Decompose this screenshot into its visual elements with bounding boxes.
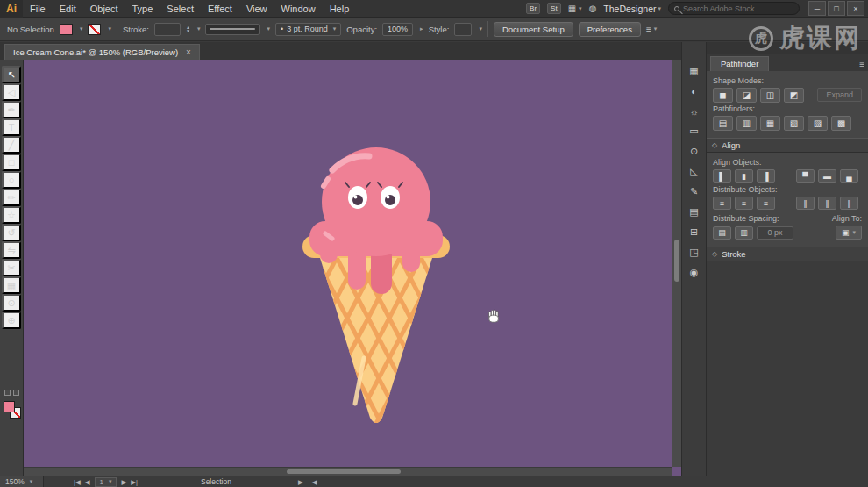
reflect-tool[interactable]: ⇋ [2, 241, 21, 259]
libraries-panel-icon[interactable]: ◉ [685, 265, 704, 280]
exclude-button[interactable]: ◩ [784, 88, 804, 103]
maximize-button[interactable]: □ [828, 1, 845, 16]
minus-back-button[interactable]: ▩ [831, 116, 851, 131]
scroll-left-icon[interactable]: ◀ [312, 478, 317, 486]
spacing-value-input[interactable]: 0 px [757, 226, 793, 240]
horizontal-scroll-thumb[interactable] [287, 469, 401, 474]
chevron-down-icon[interactable]: ▾ [267, 25, 270, 32]
pencil-tool[interactable]: ✏ [2, 189, 21, 206]
chevron-down-icon[interactable]: ▾ [479, 25, 482, 32]
chevron-down-icon[interactable]: ▾ [197, 25, 201, 32]
width-profile-preview[interactable] [205, 24, 260, 35]
rotate-tool[interactable]: ↺ [2, 224, 21, 241]
menu-item[interactable]: Effect [201, 4, 239, 14]
opacity-input[interactable]: 100% [382, 23, 413, 36]
workspace-switcher[interactable]: TheDesigner▾ [603, 4, 661, 14]
align-bottom-button[interactable]: ▄ [840, 169, 858, 183]
align-right-button[interactable]: ▐ [757, 169, 775, 183]
bridge-icon[interactable]: Br [526, 3, 540, 14]
fill-color-swatch[interactable] [60, 24, 73, 35]
menu-item[interactable]: Window [274, 4, 323, 14]
close-tab-icon[interactable]: × [186, 47, 191, 57]
draw-normal-icon[interactable] [4, 390, 11, 396]
document-setup-button[interactable]: Document Setup [494, 22, 573, 37]
unite-button[interactable]: ◼ [713, 88, 733, 103]
menu-item[interactable]: Select [160, 4, 201, 14]
vertical-scrollbar[interactable] [672, 60, 681, 467]
preferences-button[interactable]: Preferences [579, 22, 641, 37]
horizontal-scrollbar[interactable] [24, 467, 672, 476]
artboard-number-dropdown[interactable]: 1 ▾ [95, 477, 117, 487]
artboards-panel-icon[interactable]: ▭ [685, 124, 704, 139]
align-vcenter-button[interactable]: ▬ [818, 169, 836, 183]
type-tool[interactable]: T [2, 118, 21, 136]
layout-switcher-icon[interactable]: ▦▾ [568, 4, 582, 13]
zoom-tool[interactable]: ⊙ [2, 294, 21, 312]
distribute-top-button[interactable]: ≡ [713, 197, 731, 210]
distribute-bottom-button[interactable]: ≡ [757, 197, 775, 210]
align-to-dropdown[interactable]: ▣ ▾ [836, 226, 862, 240]
stroke-color-swatch[interactable] [88, 24, 101, 35]
intersect-button[interactable]: ◫ [760, 88, 780, 103]
merge-button[interactable]: ▦ [760, 116, 780, 131]
rectangle-tool[interactable]: □ [2, 154, 21, 171]
brushes-panel-icon[interactable]: ✎ [685, 184, 704, 199]
vertical-space-button[interactable]: ▤ [713, 226, 731, 240]
chevron-down-icon[interactable]: ▾ [108, 25, 111, 32]
control-options-icon[interactable]: ≡▾ [646, 25, 657, 34]
menu-item[interactable]: Type [125, 4, 160, 14]
horizontal-space-button[interactable]: ▥ [735, 226, 753, 240]
distribute-vcenter-button[interactable]: ≡ [735, 197, 753, 210]
menu-item[interactable]: Edit [53, 4, 83, 14]
chevron-down-icon[interactable]: ▾ [80, 25, 83, 32]
ellipse-tool[interactable]: ○ [2, 171, 21, 189]
scroll-right-icon[interactable]: ▶ [298, 478, 303, 486]
distribute-hcenter-button[interactable]: ∥ [818, 197, 836, 210]
distribute-right-button[interactable]: ∥ [840, 197, 858, 210]
last-artboard-button[interactable]: ▶| [131, 478, 138, 486]
distribute-left-button[interactable]: ∥ [796, 197, 815, 210]
stroke-panel-header[interactable]: ◇ Stroke [707, 247, 868, 261]
outline-button[interactable]: ▨ [808, 116, 828, 131]
align-hcenter-button[interactable]: ▮ [735, 169, 753, 183]
star-tool[interactable]: ☆ [2, 206, 21, 224]
toolbar-fill-swatch[interactable] [4, 401, 15, 412]
brush-definition-dropdown[interactable]: • 3 pt. Round ▾ [275, 23, 341, 36]
export-panel-icon[interactable]: ◳ [685, 245, 704, 260]
scissors-tool[interactable]: ✂ [2, 259, 21, 276]
divide-button[interactable]: ▤ [713, 116, 733, 131]
menu-item[interactable]: Help [323, 4, 357, 14]
draw-behind-icon[interactable] [13, 390, 19, 396]
stock-icon[interactable]: St [547, 3, 561, 14]
align-left-button[interactable]: ▌ [713, 169, 731, 183]
pen-tool[interactable]: ✒ [2, 101, 21, 118]
vertical-scroll-thumb[interactable] [674, 240, 679, 282]
direct-selection-tool[interactable]: ◁ [2, 83, 21, 101]
grid-panel-icon[interactable]: ⊞ [685, 225, 704, 240]
previous-artboard-button[interactable]: ◀ [85, 478, 90, 486]
zoom-level-dropdown[interactable]: 150% ▾ [0, 476, 44, 487]
menu-item[interactable]: File [23, 4, 53, 14]
close-button[interactable]: × [847, 1, 864, 16]
selection-tool[interactable]: ↖ [2, 66, 21, 83]
trim-button[interactable]: ▥ [736, 116, 757, 131]
gradient-panel-icon[interactable]: ◐ [685, 83, 704, 98]
document-tab[interactable]: Ice Cream Cone.ai* @ 150% (RGB/Preview) … [4, 44, 200, 60]
artboard-canvas[interactable] [24, 60, 681, 476]
layers-panel-icon[interactable]: ▤ [685, 204, 704, 219]
expand-button[interactable]: Expand [817, 88, 862, 102]
next-artboard-button[interactable]: ▶ [121, 478, 126, 486]
align-panel-header[interactable]: ◇ Align [707, 138, 868, 153]
first-artboard-button[interactable]: |◀ [74, 478, 81, 486]
crop-button[interactable]: ▧ [784, 116, 804, 131]
share-icon[interactable]: ◍ [589, 4, 597, 13]
links-panel-icon[interactable]: ⊙ [685, 144, 704, 159]
panel-menu-icon[interactable]: ≡ [859, 60, 864, 71]
menu-item[interactable]: Object [83, 4, 125, 14]
rulers-panel-icon[interactable]: ◺ [685, 164, 704, 179]
grid-tool[interactable]: ▦ [2, 276, 21, 294]
search-input[interactable] [683, 4, 793, 13]
adobe-stock-search[interactable] [668, 2, 800, 15]
appearance-panel-icon[interactable]: ☼ [685, 104, 704, 118]
hand-tool[interactable]: ⊕ [2, 312, 21, 329]
